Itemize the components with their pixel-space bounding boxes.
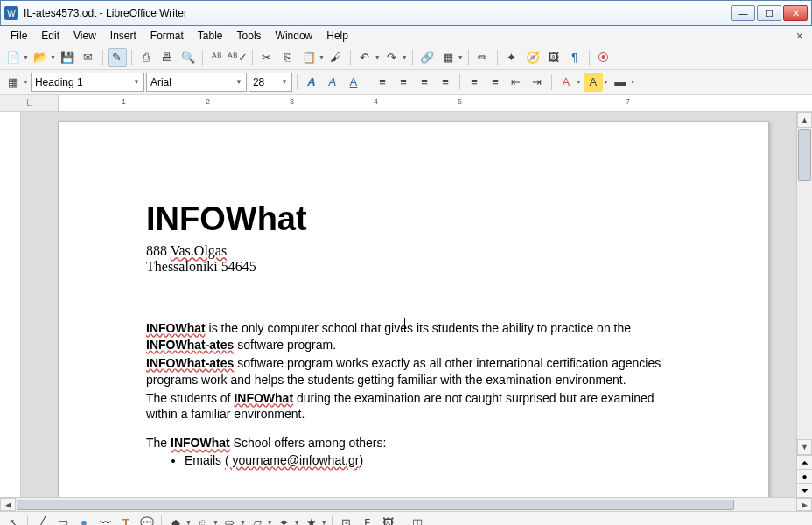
clone-format-button[interactable]: 🖌 (326, 48, 346, 67)
bold-button[interactable]: A (302, 73, 321, 92)
close-button[interactable]: ✕ (783, 5, 808, 21)
next-page-button[interactable]: ⏷ (797, 483, 812, 497)
arrows-dropdown[interactable]: ▼ (240, 520, 246, 525)
menu-table[interactable]: Table (191, 28, 230, 44)
styles-dropdown[interactable]: ▼ (23, 79, 29, 85)
menu-edit[interactable]: Edit (34, 28, 66, 44)
scroll-up-button[interactable]: ▲ (797, 112, 812, 128)
show-draw-button[interactable]: ✏ (473, 48, 493, 67)
from-file-tool[interactable]: 🖼 (379, 514, 398, 526)
prev-page-button[interactable]: ⏶ (797, 455, 812, 469)
align-left-button[interactable]: ≡ (373, 73, 392, 92)
fontwork-tool[interactable]: Ƒ (358, 514, 377, 526)
rect-tool[interactable]: ▭ (53, 514, 73, 526)
nonprinting-button[interactable]: ¶ (565, 48, 584, 67)
maximize-button[interactable]: ☐ (757, 5, 781, 21)
cut-button[interactable]: ✂ (257, 48, 276, 67)
export-pdf-button[interactable]: ⎙ (136, 48, 156, 67)
callout-tool[interactable]: 💬 (137, 514, 157, 526)
text-tool[interactable]: T (116, 514, 136, 526)
highlight-dropdown[interactable]: ▼ (603, 79, 609, 85)
edit-mode-button[interactable]: ✎ (108, 48, 127, 67)
paragraph-style-combo[interactable]: Heading 1▼ (31, 73, 144, 92)
menu-insert[interactable]: Insert (103, 28, 144, 44)
freeform-tool[interactable]: 〰 (95, 514, 115, 526)
menu-view[interactable]: View (66, 28, 103, 44)
redo-dropdown[interactable]: ▼ (402, 54, 408, 60)
horizontal-ruler[interactable]: 1 2 3 4 5 7 (58, 94, 812, 111)
print-preview-button[interactable]: 🔍 (178, 48, 198, 67)
scroll-thumb[interactable] (798, 129, 811, 181)
decrease-indent-button[interactable]: ⇤ (507, 73, 526, 92)
points-tool[interactable]: ⊡ (337, 514, 356, 526)
highlight-button[interactable]: A (584, 73, 603, 92)
find-button[interactable]: ✦ (502, 48, 522, 67)
vertical-scrollbar[interactable]: ▲ ▼ ⏶ ● ⏷ (796, 112, 812, 497)
gallery-button[interactable]: 🖼 (544, 48, 564, 67)
stars-tool[interactable]: ★ (302, 514, 321, 526)
help-button[interactable]: ⦿ (594, 48, 613, 67)
hscroll-thumb[interactable] (17, 500, 734, 510)
paste-dropdown[interactable]: ▼ (318, 54, 325, 60)
email-button[interactable]: ✉ (79, 48, 98, 67)
scroll-down-button[interactable]: ▼ (797, 439, 812, 455)
menu-help[interactable]: Help (319, 28, 355, 44)
background-dropdown[interactable]: ▼ (630, 79, 636, 85)
document-close-icon[interactable]: × (796, 29, 803, 43)
menu-format[interactable]: Format (144, 28, 191, 44)
new-button[interactable]: 📄 (4, 48, 23, 67)
scroll-right-button[interactable]: ▶ (796, 498, 812, 511)
numbered-list-button[interactable]: ≡ (465, 73, 484, 92)
align-center-button[interactable]: ≡ (394, 73, 413, 92)
font-name-combo[interactable]: Arial▼ (146, 73, 247, 92)
callouts-tool[interactable]: ✦ (275, 514, 294, 526)
styles-button[interactable]: ▦ (4, 73, 23, 92)
italic-button[interactable]: A (323, 73, 342, 92)
document-canvas[interactable]: INFOWhat 888 Vas.Olgas Thessaloniki 5464… (21, 112, 796, 497)
undo-dropdown[interactable]: ▼ (374, 54, 381, 60)
align-justify-button[interactable]: ≡ (436, 73, 455, 92)
extrusion-tool[interactable]: ◫ (408, 514, 427, 526)
shapes-dropdown[interactable]: ▼ (186, 520, 192, 525)
table-dropdown[interactable]: ▼ (458, 54, 464, 60)
insert-table-button[interactable]: ▦ (438, 48, 458, 67)
paste-button[interactable]: 📋 (299, 48, 318, 67)
copy-button[interactable]: ⎘ (278, 48, 298, 67)
increase-indent-button[interactable]: ⇥ (528, 73, 547, 92)
align-right-button[interactable]: ≡ (415, 73, 434, 92)
undo-button[interactable]: ↶ (355, 48, 374, 67)
menu-file[interactable]: File (4, 28, 34, 44)
callouts-dropdown[interactable]: ▼ (294, 520, 300, 525)
ellipse-tool[interactable]: ● (74, 514, 94, 526)
menu-tools[interactable]: Tools (230, 28, 269, 44)
select-tool[interactable]: ↖ (4, 514, 23, 526)
print-button[interactable]: 🖶 (158, 48, 177, 67)
new-dropdown[interactable]: ▼ (23, 54, 29, 60)
redo-button[interactable]: ↷ (382, 48, 402, 67)
vertical-ruler[interactable] (0, 112, 21, 497)
spellcheck-button[interactable]: ᴬᴮ (207, 48, 227, 67)
underline-button[interactable]: A (344, 73, 363, 92)
font-color-button[interactable]: A (556, 73, 576, 92)
basic-shapes-tool[interactable]: ◆ (166, 514, 186, 526)
page[interactable]: INFOWhat 888 Vas.Olgas Thessaloniki 5464… (58, 121, 769, 497)
flowchart-dropdown[interactable]: ▼ (267, 520, 273, 525)
open-dropdown[interactable]: ▼ (50, 54, 56, 60)
symbol-shapes-tool[interactable]: ☺ (193, 514, 213, 526)
minimize-button[interactable]: — (731, 5, 755, 21)
horizontal-scrollbar[interactable]: ◀ ▶ (0, 497, 812, 511)
line-tool[interactable]: ╱ (32, 514, 52, 526)
flowchart-tool[interactable]: ▱ (248, 514, 267, 526)
nav-target-button[interactable]: ● (797, 469, 812, 483)
font-color-dropdown[interactable]: ▼ (576, 79, 582, 85)
hyperlink-button[interactable]: 🔗 (417, 48, 437, 67)
bullet-list-button[interactable]: ≡ (486, 73, 505, 92)
scroll-left-button[interactable]: ◀ (0, 498, 16, 511)
open-button[interactable]: 📂 (31, 48, 50, 67)
navigator-button[interactable]: 🧭 (523, 48, 542, 67)
background-color-button[interactable]: ▬ (611, 73, 630, 92)
autospellcheck-button[interactable]: ᴬᴮ✓ (228, 48, 248, 67)
arrow-shapes-tool[interactable]: ⇨ (220, 514, 240, 526)
symbols-dropdown[interactable]: ▼ (213, 520, 219, 525)
save-button[interactable]: 💾 (58, 48, 77, 67)
